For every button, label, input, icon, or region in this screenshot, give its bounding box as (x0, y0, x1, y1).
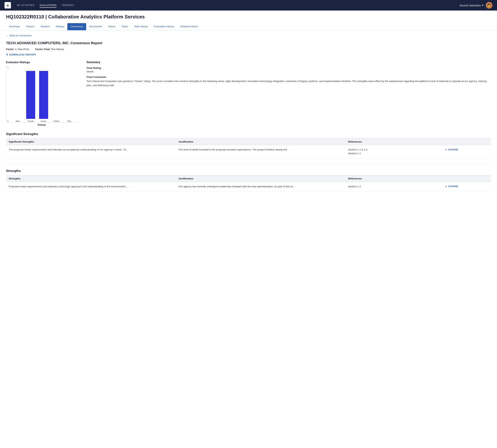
sig-references-cell: Section 1.1 & 1.2 Section 1.1 (346, 145, 443, 158)
significant-strengths-section: Significant Strengths Significant Streng… (6, 132, 491, 158)
chart-y-top: 1 (7, 66, 8, 68)
strengths-ref-col-header: References (346, 175, 443, 182)
app-name[interactable]: Source Selection (460, 4, 483, 7)
expand-icon (445, 148, 447, 152)
strengths-col-header: Strengths (6, 175, 176, 182)
strengths-table: Strengths Justification References Propo… (6, 175, 491, 191)
significant-strengths-table: Significant Strengths Justification Refe… (6, 138, 491, 158)
bar-label-blue: Blue (16, 120, 20, 122)
strength-cell: Proposal meets requirements and indicate… (6, 182, 176, 191)
factor-chair-label: Factor Chair (35, 48, 50, 51)
appian-logo[interactable]: a (4, 2, 11, 8)
tab-documents[interactable]: Documents (86, 23, 105, 30)
nav-vendors[interactable]: VENDORS (62, 3, 74, 8)
sig-expand-cell: EXPAND (442, 145, 491, 158)
summary-column: Summary Final Rating Green Final Comment… (87, 61, 491, 126)
bar-group: Blue Purple Green Yellow (12, 71, 76, 122)
expand-cell: EXPAND (442, 182, 491, 191)
final-rating-label: Final Rating (87, 66, 491, 69)
tab-evaluation-history[interactable]: Evaluation History (151, 23, 177, 30)
report-title: TECH ADVANCED COMPUTERS, INC. Consensus … (6, 41, 491, 45)
nav-links: MY ACTIVITIES EVALUATIONS VENDORS (17, 3, 74, 8)
significant-strengths-title: Significant Strengths (6, 132, 491, 136)
sig-action-col-header (442, 138, 491, 145)
logo-icon: a (4, 2, 11, 8)
strengths-action-col-header (442, 175, 491, 182)
sig-ref-col-header: References (346, 138, 443, 145)
factor-info: Factor 1 | Non-Price Factor Chair Tom Me… (6, 48, 491, 51)
chart-y-bottom: 0 (7, 120, 8, 122)
expand-button[interactable]: EXPAND (445, 185, 488, 189)
final-comments-value: Tech Advanced Computers was granted a "G… (87, 79, 491, 87)
references-cell: Section 1.2 (346, 182, 443, 191)
tab-consensus[interactable]: Consensus (67, 23, 86, 30)
table-row: The proposal meets requirements and indi… (6, 145, 491, 158)
chart-column: Evaluator Ratings 1 0 Blue Purple Gree (6, 61, 78, 126)
tab-factors[interactable]: Factors (23, 23, 37, 30)
bar-green (39, 71, 48, 119)
table-row: Proposal meets requirements and indicate… (6, 182, 491, 191)
bar-col-yellow: Yellow (50, 119, 63, 122)
top-nav: a MY ACTIVITIES EVALUATIONS VENDORS Sour… (0, 0, 497, 11)
justification-cell: Our agency has recently undergone leader… (176, 182, 345, 191)
expand-icon (445, 185, 447, 189)
tab-ratings[interactable]: Ratings (53, 23, 67, 30)
tab-related-actions[interactable]: Related Actions (177, 23, 201, 30)
app-dropdown-icon (482, 4, 483, 7)
tab-summary[interactable]: Summary (6, 23, 23, 30)
bar-label-purple: Purple (28, 120, 34, 122)
bar-col-blue: Blue (12, 119, 24, 122)
section-divider (6, 164, 491, 165)
factor-value: 1 | Non-Price (15, 48, 29, 51)
page-header: HQ102322R0110 | Collaborative Analytics … (0, 11, 497, 20)
avatar[interactable]: 🧑 (486, 2, 493, 9)
bar-label-red: Red (67, 120, 71, 122)
download-icon (6, 53, 8, 56)
tab-vendors[interactable]: Vendors (37, 23, 53, 30)
tabs-bar: Summary Factors Vendors Ratings Consensu… (0, 23, 497, 30)
bar-col-red: Red (63, 119, 76, 122)
chart-area: 1 0 Blue Purple Green (6, 66, 78, 122)
bar-col-green: Green (37, 71, 50, 122)
sig-strength-cell: The proposal meets requirements and indi… (6, 145, 176, 158)
final-comments-label: Final Comments (87, 76, 491, 79)
tab-tasks[interactable]: Tasks (118, 23, 131, 30)
tab-teams[interactable]: Teams (105, 23, 118, 30)
chart-summary-section: Evaluator Ratings 1 0 Blue Purple Gree (6, 61, 491, 126)
bar-label-yellow: Yellow (53, 120, 59, 122)
factor-label: Factor (6, 48, 14, 51)
sig-justification-cell: The level of detail included in the prop… (176, 145, 345, 158)
tab-task-history[interactable]: Task History (131, 23, 151, 30)
sig-expand-button[interactable]: EXPAND (445, 148, 488, 152)
strengths-section: Strengths Strengths Justification Refere… (6, 169, 491, 191)
bar-col-purple: Purple (24, 71, 37, 122)
sig-strengths-col-header: Significant Strengths (6, 138, 176, 145)
bar-purple (26, 71, 35, 119)
back-to-consensus-link[interactable]: Back to Consensus (6, 34, 491, 37)
chart-title: Evaluator Ratings (6, 61, 78, 64)
main-content: Back to Consensus TECH ADVANCED COMPUTER… (0, 30, 497, 201)
bar-label-green: Green (41, 120, 47, 122)
nav-evaluations[interactable]: EVALUATIONS (40, 3, 56, 8)
sig-just-col-header: Justification (176, 138, 345, 145)
strengths-just-col-header: Justification (176, 175, 345, 182)
summary-section-title: Summary (87, 61, 491, 64)
strengths-title: Strengths (6, 169, 491, 173)
download-report-link[interactable]: DOWNLOAD REPORT (6, 53, 491, 56)
factor-chair-value: Tom Meese (51, 48, 64, 51)
nav-my-activities[interactable]: MY ACTIVITIES (17, 3, 34, 8)
chart-x-title: Ratings (6, 124, 78, 126)
arrow-left-icon (6, 34, 9, 37)
final-rating-value: Green (87, 70, 491, 73)
page-title: HQ102322R0110 | Collaborative Analytics … (6, 14, 491, 20)
